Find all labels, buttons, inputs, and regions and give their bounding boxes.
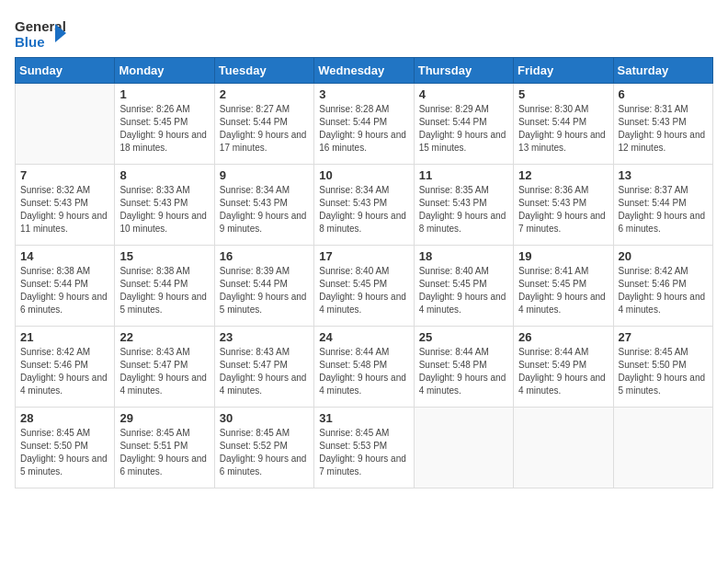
day-number: 24: [319, 330, 408, 344]
cell-details: Sunrise: 8:42 AMSunset: 5:46 PMDaylight:…: [20, 346, 109, 397]
calendar-cell: 26Sunrise: 8:44 AMSunset: 5:49 PMDayligh…: [514, 327, 613, 408]
cell-details: Sunrise: 8:43 AMSunset: 5:47 PMDaylight:…: [119, 346, 209, 397]
page-header: GeneralBlue: [15, 15, 713, 52]
calendar-cell: 4Sunrise: 8:29 AMSunset: 5:44 PMDaylight…: [414, 84, 513, 165]
day-number: 27: [619, 330, 708, 344]
cell-details: Sunrise: 8:45 AMSunset: 5:52 PMDaylight:…: [220, 427, 309, 478]
calendar-week-1: 1Sunrise: 8:26 AMSunset: 5:45 PMDaylight…: [16, 84, 713, 165]
cell-details: Sunrise: 8:28 AMSunset: 5:44 PMDaylight:…: [319, 103, 408, 155]
cell-details: Sunrise: 8:44 AMSunset: 5:48 PMDaylight:…: [319, 346, 408, 397]
day-number: 6: [619, 87, 708, 101]
day-number: 30: [220, 411, 309, 425]
calendar-cell: 14Sunrise: 8:38 AMSunset: 5:44 PMDayligh…: [16, 246, 115, 327]
cell-details: Sunrise: 8:44 AMSunset: 5:48 PMDaylight:…: [419, 346, 508, 397]
cell-details: Sunrise: 8:40 AMSunset: 5:45 PMDaylight:…: [319, 265, 408, 316]
header-day-thursday: Thursday: [414, 58, 513, 84]
day-number: 5: [518, 87, 608, 101]
calendar-cell: [514, 408, 613, 488]
calendar-cell: 1Sunrise: 8:26 AMSunset: 5:45 PMDaylight…: [115, 84, 214, 165]
header-day-friday: Friday: [514, 58, 613, 84]
day-number: 18: [419, 249, 508, 263]
day-number: 1: [119, 87, 209, 101]
cell-details: Sunrise: 8:40 AMSunset: 5:45 PMDaylight:…: [419, 265, 508, 316]
calendar-cell: 17Sunrise: 8:40 AMSunset: 5:45 PMDayligh…: [314, 246, 414, 327]
calendar-week-2: 7Sunrise: 8:32 AMSunset: 5:43 PMDaylight…: [16, 165, 713, 246]
calendar-cell: 11Sunrise: 8:35 AMSunset: 5:43 PMDayligh…: [414, 165, 513, 246]
day-number: 7: [20, 168, 109, 182]
calendar-cell: 27Sunrise: 8:45 AMSunset: 5:50 PMDayligh…: [613, 327, 712, 408]
day-number: 8: [119, 168, 209, 182]
calendar-cell: 25Sunrise: 8:44 AMSunset: 5:48 PMDayligh…: [414, 327, 513, 408]
logo: GeneralBlue: [15, 15, 70, 52]
cell-details: Sunrise: 8:34 AMSunset: 5:43 PMDaylight:…: [220, 184, 309, 236]
day-number: 15: [119, 249, 209, 263]
calendar-week-4: 21Sunrise: 8:42 AMSunset: 5:46 PMDayligh…: [16, 327, 713, 408]
day-number: 4: [419, 87, 508, 101]
logo-icon: GeneralBlue: [15, 15, 70, 52]
calendar-cell: 19Sunrise: 8:41 AMSunset: 5:45 PMDayligh…: [514, 246, 613, 327]
calendar-table: SundayMondayTuesdayWednesdayThursdayFrid…: [15, 57, 713, 488]
day-number: 13: [619, 168, 708, 182]
cell-details: Sunrise: 8:33 AMSunset: 5:43 PMDaylight:…: [119, 184, 209, 236]
calendar-cell: 29Sunrise: 8:45 AMSunset: 5:51 PMDayligh…: [115, 408, 214, 488]
cell-details: Sunrise: 8:36 AMSunset: 5:43 PMDaylight:…: [518, 184, 608, 236]
calendar-cell: 5Sunrise: 8:30 AMSunset: 5:44 PMDaylight…: [514, 84, 613, 165]
header-day-sunday: Sunday: [16, 58, 115, 84]
cell-details: Sunrise: 8:39 AMSunset: 5:44 PMDaylight:…: [220, 265, 309, 316]
cell-details: Sunrise: 8:45 AMSunset: 5:50 PMDaylight:…: [619, 346, 708, 397]
cell-details: Sunrise: 8:27 AMSunset: 5:44 PMDaylight:…: [220, 103, 309, 155]
calendar-cell: 21Sunrise: 8:42 AMSunset: 5:46 PMDayligh…: [16, 327, 115, 408]
day-number: 20: [619, 249, 708, 263]
calendar-cell: 3Sunrise: 8:28 AMSunset: 5:44 PMDaylight…: [314, 84, 414, 165]
calendar-cell: 18Sunrise: 8:40 AMSunset: 5:45 PMDayligh…: [414, 246, 513, 327]
calendar-cell: 15Sunrise: 8:38 AMSunset: 5:44 PMDayligh…: [115, 246, 214, 327]
day-number: 14: [20, 249, 109, 263]
day-number: 16: [220, 249, 309, 263]
header-day-wednesday: Wednesday: [314, 58, 414, 84]
calendar-cell: 8Sunrise: 8:33 AMSunset: 5:43 PMDaylight…: [115, 165, 214, 246]
calendar-cell: [16, 84, 115, 165]
calendar-cell: 31Sunrise: 8:45 AMSunset: 5:53 PMDayligh…: [314, 408, 414, 488]
calendar-cell: 20Sunrise: 8:42 AMSunset: 5:46 PMDayligh…: [613, 246, 712, 327]
cell-details: Sunrise: 8:42 AMSunset: 5:46 PMDaylight:…: [619, 265, 708, 316]
calendar-week-5: 28Sunrise: 8:45 AMSunset: 5:50 PMDayligh…: [16, 408, 713, 488]
day-number: 11: [419, 168, 508, 182]
day-number: 2: [220, 87, 309, 101]
cell-details: Sunrise: 8:37 AMSunset: 5:44 PMDaylight:…: [619, 184, 708, 236]
calendar-cell: [613, 408, 712, 488]
cell-details: Sunrise: 8:44 AMSunset: 5:49 PMDaylight:…: [518, 346, 608, 397]
cell-details: Sunrise: 8:45 AMSunset: 5:51 PMDaylight:…: [119, 427, 209, 478]
cell-details: Sunrise: 8:41 AMSunset: 5:45 PMDaylight:…: [518, 265, 608, 316]
day-number: 25: [419, 330, 508, 344]
calendar-cell: 13Sunrise: 8:37 AMSunset: 5:44 PMDayligh…: [613, 165, 712, 246]
calendar-cell: 2Sunrise: 8:27 AMSunset: 5:44 PMDaylight…: [214, 84, 313, 165]
cell-details: Sunrise: 8:38 AMSunset: 5:44 PMDaylight:…: [119, 265, 209, 316]
calendar-cell: 23Sunrise: 8:43 AMSunset: 5:47 PMDayligh…: [214, 327, 313, 408]
calendar-cell: 30Sunrise: 8:45 AMSunset: 5:52 PMDayligh…: [214, 408, 313, 488]
cell-details: Sunrise: 8:26 AMSunset: 5:45 PMDaylight:…: [119, 103, 209, 155]
calendar-cell: 24Sunrise: 8:44 AMSunset: 5:48 PMDayligh…: [314, 327, 414, 408]
day-number: 10: [319, 168, 408, 182]
calendar-cell: 16Sunrise: 8:39 AMSunset: 5:44 PMDayligh…: [214, 246, 313, 327]
cell-details: Sunrise: 8:35 AMSunset: 5:43 PMDaylight:…: [419, 184, 508, 236]
calendar-week-3: 14Sunrise: 8:38 AMSunset: 5:44 PMDayligh…: [16, 246, 713, 327]
header-day-saturday: Saturday: [613, 58, 712, 84]
header-day-monday: Monday: [115, 58, 214, 84]
calendar-cell: 6Sunrise: 8:31 AMSunset: 5:43 PMDaylight…: [613, 84, 712, 165]
cell-details: Sunrise: 8:45 AMSunset: 5:50 PMDaylight:…: [20, 427, 109, 478]
calendar-header-row: SundayMondayTuesdayWednesdayThursdayFrid…: [16, 58, 713, 84]
calendar-cell: [414, 408, 513, 488]
calendar-cell: 7Sunrise: 8:32 AMSunset: 5:43 PMDaylight…: [16, 165, 115, 246]
cell-details: Sunrise: 8:29 AMSunset: 5:44 PMDaylight:…: [419, 103, 508, 155]
day-number: 9: [220, 168, 309, 182]
day-number: 19: [518, 249, 608, 263]
day-number: 31: [319, 411, 408, 425]
calendar-cell: 28Sunrise: 8:45 AMSunset: 5:50 PMDayligh…: [16, 408, 115, 488]
svg-text:Blue: Blue: [15, 34, 45, 50]
cell-details: Sunrise: 8:30 AMSunset: 5:44 PMDaylight:…: [518, 103, 608, 155]
day-number: 23: [220, 330, 309, 344]
cell-details: Sunrise: 8:32 AMSunset: 5:43 PMDaylight:…: [20, 184, 109, 236]
cell-details: Sunrise: 8:38 AMSunset: 5:44 PMDaylight:…: [20, 265, 109, 316]
calendar-cell: 12Sunrise: 8:36 AMSunset: 5:43 PMDayligh…: [514, 165, 613, 246]
day-number: 29: [119, 411, 209, 425]
